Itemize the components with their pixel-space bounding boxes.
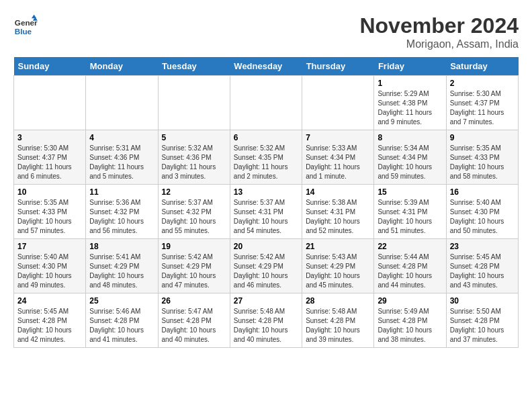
day-info: Sunrise: 5:49 AM Sunset: 4:28 PM Dayligh…	[378, 307, 442, 345]
calendar-cell: 26Sunrise: 5:47 AM Sunset: 4:28 PM Dayli…	[158, 293, 230, 348]
day-info: Sunrise: 5:42 AM Sunset: 4:29 PM Dayligh…	[234, 253, 298, 290]
calendar-cell: 27Sunrise: 5:48 AM Sunset: 4:28 PM Dayli…	[230, 293, 302, 348]
day-info: Sunrise: 5:29 AM Sunset: 4:38 PM Dayligh…	[378, 89, 442, 127]
calendar-cell: 6Sunrise: 5:32 AM Sunset: 4:35 PM Daylig…	[230, 130, 302, 185]
calendar-cell: 2Sunrise: 5:30 AM Sunset: 4:37 PM Daylig…	[446, 76, 518, 130]
calendar-cell: 21Sunrise: 5:43 AM Sunset: 4:29 PM Dayli…	[302, 239, 374, 293]
day-number: 8	[378, 133, 442, 142]
weekday-sunday: Sunday	[14, 57, 86, 76]
day-info: Sunrise: 5:35 AM Sunset: 4:33 PM Dayligh…	[450, 144, 515, 181]
day-info: Sunrise: 5:37 AM Sunset: 4:31 PM Dayligh…	[234, 198, 298, 236]
day-info: Sunrise: 5:36 AM Sunset: 4:32 PM Dayligh…	[89, 198, 154, 236]
calendar-week-4: 24Sunrise: 5:45 AM Sunset: 4:28 PM Dayli…	[14, 293, 519, 348]
weekday-tuesday: Tuesday	[158, 57, 230, 76]
calendar-cell: 30Sunrise: 5:50 AM Sunset: 4:28 PM Dayli…	[446, 293, 518, 348]
day-number: 23	[450, 242, 515, 251]
day-info: Sunrise: 5:46 AM Sunset: 4:28 PM Dayligh…	[89, 307, 154, 345]
calendar-cell: 8Sunrise: 5:34 AM Sunset: 4:34 PM Daylig…	[374, 130, 446, 185]
svg-text:Blue: Blue	[15, 27, 32, 36]
day-info: Sunrise: 5:41 AM Sunset: 4:29 PM Dayligh…	[89, 253, 154, 290]
calendar-cell	[86, 76, 158, 130]
day-info: Sunrise: 5:45 AM Sunset: 4:28 PM Dayligh…	[17, 307, 82, 345]
calendar-cell: 10Sunrise: 5:35 AM Sunset: 4:33 PM Dayli…	[14, 185, 86, 239]
calendar-week-2: 10Sunrise: 5:35 AM Sunset: 4:33 PM Dayli…	[14, 185, 519, 239]
day-number: 28	[306, 296, 370, 306]
day-info: Sunrise: 5:30 AM Sunset: 4:37 PM Dayligh…	[450, 89, 515, 127]
calendar-week-0: 1Sunrise: 5:29 AM Sunset: 4:38 PM Daylig…	[14, 76, 519, 130]
day-info: Sunrise: 5:31 AM Sunset: 4:36 PM Dayligh…	[89, 144, 154, 181]
calendar-cell: 12Sunrise: 5:37 AM Sunset: 4:32 PM Dayli…	[158, 185, 230, 239]
calendar-cell	[158, 76, 230, 130]
calendar-cell: 1Sunrise: 5:29 AM Sunset: 4:38 PM Daylig…	[374, 76, 446, 130]
calendar-header: Sunday Monday Tuesday Wednesday Thursday…	[14, 57, 519, 76]
day-number: 17	[17, 242, 82, 251]
weekday-thursday: Thursday	[302, 57, 374, 76]
calendar-cell: 22Sunrise: 5:44 AM Sunset: 4:28 PM Dayli…	[374, 239, 446, 293]
day-number: 29	[378, 296, 442, 306]
day-info: Sunrise: 5:44 AM Sunset: 4:28 PM Dayligh…	[378, 253, 442, 290]
svg-marker-2	[32, 15, 36, 18]
day-info: Sunrise: 5:40 AM Sunset: 4:30 PM Dayligh…	[450, 198, 515, 236]
day-info: Sunrise: 5:32 AM Sunset: 4:36 PM Dayligh…	[162, 144, 226, 181]
location: Morigaon, Assam, India	[359, 38, 519, 50]
day-info: Sunrise: 5:34 AM Sunset: 4:34 PM Dayligh…	[378, 144, 442, 181]
calendar-cell: 13Sunrise: 5:37 AM Sunset: 4:31 PM Dayli…	[230, 185, 302, 239]
day-number: 16	[450, 187, 515, 197]
day-number: 25	[89, 296, 154, 306]
day-info: Sunrise: 5:35 AM Sunset: 4:33 PM Dayligh…	[17, 198, 82, 236]
day-info: Sunrise: 5:42 AM Sunset: 4:29 PM Dayligh…	[162, 253, 226, 290]
day-number: 22	[378, 242, 442, 251]
logo: General Blue	[13, 13, 38, 38]
day-info: Sunrise: 5:48 AM Sunset: 4:28 PM Dayligh…	[306, 307, 370, 345]
calendar-cell: 20Sunrise: 5:42 AM Sunset: 4:29 PM Dayli…	[230, 239, 302, 293]
day-number: 21	[306, 242, 370, 251]
calendar-cell: 29Sunrise: 5:49 AM Sunset: 4:28 PM Dayli…	[374, 293, 446, 348]
day-number: 18	[89, 242, 154, 251]
day-info: Sunrise: 5:50 AM Sunset: 4:28 PM Dayligh…	[450, 307, 515, 345]
weekday-row: Sunday Monday Tuesday Wednesday Thursday…	[14, 57, 519, 76]
day-number: 5	[162, 133, 226, 142]
calendar-cell	[230, 76, 302, 130]
calendar-cell: 14Sunrise: 5:38 AM Sunset: 4:31 PM Dayli…	[302, 185, 374, 239]
weekday-wednesday: Wednesday	[230, 57, 302, 76]
day-info: Sunrise: 5:37 AM Sunset: 4:32 PM Dayligh…	[162, 198, 226, 236]
day-number: 2	[450, 79, 515, 88]
day-number: 4	[89, 133, 154, 142]
day-number: 27	[234, 296, 298, 306]
calendar-cell: 4Sunrise: 5:31 AM Sunset: 4:36 PM Daylig…	[86, 130, 158, 185]
logo-icon: General Blue	[13, 13, 38, 38]
calendar-cell: 24Sunrise: 5:45 AM Sunset: 4:28 PM Dayli…	[14, 293, 86, 348]
calendar-cell: 18Sunrise: 5:41 AM Sunset: 4:29 PM Dayli…	[86, 239, 158, 293]
day-number: 11	[89, 187, 154, 197]
day-info: Sunrise: 5:32 AM Sunset: 4:35 PM Dayligh…	[234, 144, 298, 181]
day-info: Sunrise: 5:38 AM Sunset: 4:31 PM Dayligh…	[306, 198, 370, 236]
calendar-cell: 28Sunrise: 5:48 AM Sunset: 4:28 PM Dayli…	[302, 293, 374, 348]
day-number: 1	[378, 79, 442, 88]
day-info: Sunrise: 5:47 AM Sunset: 4:28 PM Dayligh…	[162, 307, 226, 345]
day-number: 24	[17, 296, 82, 306]
day-number: 12	[162, 187, 226, 197]
calendar-cell: 9Sunrise: 5:35 AM Sunset: 4:33 PM Daylig…	[446, 130, 518, 185]
calendar-cell: 3Sunrise: 5:30 AM Sunset: 4:37 PM Daylig…	[14, 130, 86, 185]
calendar-cell: 5Sunrise: 5:32 AM Sunset: 4:36 PM Daylig…	[158, 130, 230, 185]
calendar-body: 1Sunrise: 5:29 AM Sunset: 4:38 PM Daylig…	[14, 76, 519, 348]
day-number: 3	[17, 133, 82, 142]
day-info: Sunrise: 5:48 AM Sunset: 4:28 PM Dayligh…	[234, 307, 298, 345]
day-number: 15	[378, 187, 442, 197]
day-number: 6	[234, 133, 298, 142]
calendar-cell: 17Sunrise: 5:40 AM Sunset: 4:30 PM Dayli…	[14, 239, 86, 293]
calendar-cell: 23Sunrise: 5:45 AM Sunset: 4:28 PM Dayli…	[446, 239, 518, 293]
calendar-week-1: 3Sunrise: 5:30 AM Sunset: 4:37 PM Daylig…	[14, 130, 519, 185]
calendar-cell	[14, 76, 86, 130]
page-header: General Blue November 2024 Morigaon, Ass…	[13, 13, 519, 50]
title-block: November 2024 Morigaon, Assam, India	[359, 13, 519, 50]
day-number: 26	[162, 296, 226, 306]
calendar-cell: 25Sunrise: 5:46 AM Sunset: 4:28 PM Dayli…	[86, 293, 158, 348]
day-number: 13	[234, 187, 298, 197]
day-info: Sunrise: 5:43 AM Sunset: 4:29 PM Dayligh…	[306, 253, 370, 290]
weekday-monday: Monday	[86, 57, 158, 76]
calendar-week-3: 17Sunrise: 5:40 AM Sunset: 4:30 PM Dayli…	[14, 239, 519, 293]
calendar-cell: 19Sunrise: 5:42 AM Sunset: 4:29 PM Dayli…	[158, 239, 230, 293]
weekday-saturday: Saturday	[446, 57, 518, 76]
day-info: Sunrise: 5:39 AM Sunset: 4:31 PM Dayligh…	[378, 198, 442, 236]
